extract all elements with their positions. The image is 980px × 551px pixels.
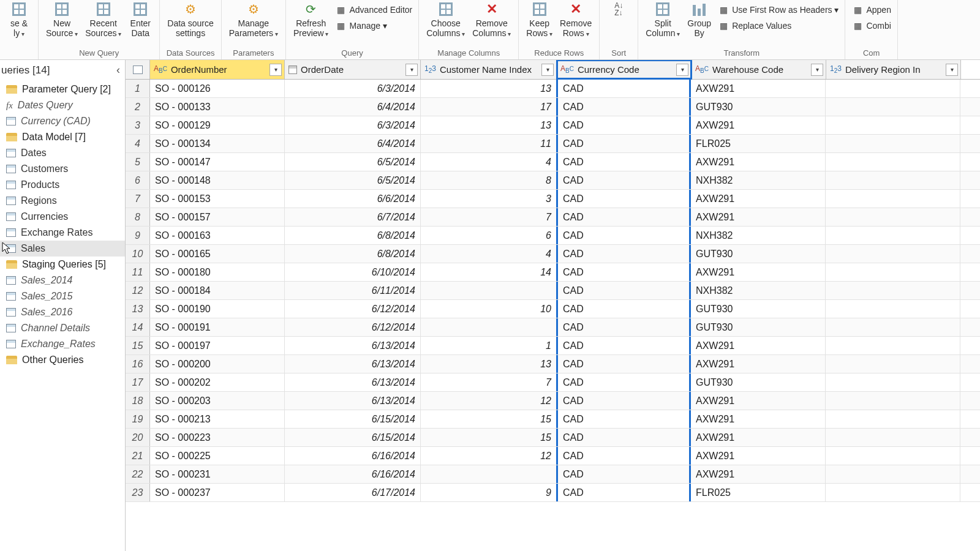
cell-ordernumber[interactable]: SO - 000157 bbox=[150, 208, 285, 226]
row-number[interactable]: 9 bbox=[126, 227, 150, 244]
query-dates-query[interactable]: fxDates Query bbox=[0, 97, 125, 113]
folder-parameter-query[interactable]: Parameter Query [2] bbox=[0, 81, 125, 97]
cell-customer-index[interactable]: 13 bbox=[421, 355, 557, 373]
cell-warehouse-code[interactable]: GUT930 bbox=[691, 98, 826, 116]
row-number[interactable]: 16 bbox=[126, 355, 150, 373]
cell-customer-index[interactable] bbox=[421, 282, 557, 299]
query-sales[interactable]: Sales bbox=[0, 241, 125, 257]
cell-currency-code[interactable]: CAD bbox=[556, 80, 691, 97]
cell-currency-code[interactable]: CAD bbox=[556, 337, 691, 354]
query-dates[interactable]: Dates bbox=[0, 145, 125, 161]
cell-delivery-region[interactable] bbox=[826, 153, 960, 171]
table-row[interactable]: 7SO - 0001536/6/20143CADAXW291 bbox=[126, 190, 980, 208]
table-row[interactable]: 2SO - 0001336/4/201417CADGUT930 bbox=[126, 98, 980, 116]
cell-orderdate[interactable]: 6/10/2014 bbox=[285, 263, 421, 281]
cell-delivery-region[interactable] bbox=[826, 208, 960, 226]
cell-delivery-region[interactable] bbox=[826, 355, 960, 373]
cell-customer-index[interactable]: 10 bbox=[421, 300, 557, 318]
cell-warehouse-code[interactable]: NXH382 bbox=[691, 282, 826, 299]
table-row[interactable]: 12SO - 0001846/11/2014CADNXH382 bbox=[126, 282, 980, 300]
cell-orderdate[interactable]: 6/12/2014 bbox=[285, 318, 421, 336]
query-currencies[interactable]: Currencies bbox=[0, 209, 125, 225]
cell-customer-index[interactable]: 4 bbox=[421, 245, 557, 263]
row-number[interactable]: 18 bbox=[126, 392, 150, 410]
cell-ordernumber[interactable]: SO - 000133 bbox=[150, 98, 285, 116]
cell-delivery-region[interactable] bbox=[826, 98, 960, 116]
cell-ordernumber[interactable]: SO - 000225 bbox=[150, 447, 285, 465]
query-regions[interactable]: Regions bbox=[0, 193, 125, 209]
cell-orderdate[interactable]: 6/16/2014 bbox=[285, 447, 421, 465]
cell-orderdate[interactable]: 6/15/2014 bbox=[285, 429, 421, 446]
row-number[interactable]: 6 bbox=[126, 171, 150, 189]
cell-orderdate[interactable]: 6/15/2014 bbox=[285, 410, 421, 428]
filter-button[interactable]: ▾ bbox=[541, 64, 554, 76]
cell-orderdate[interactable]: 6/8/2014 bbox=[285, 245, 421, 263]
cell-warehouse-code[interactable]: AXW291 bbox=[691, 116, 826, 134]
cell-orderdate[interactable]: 6/4/2014 bbox=[285, 135, 421, 152]
cell-customer-index[interactable]: 14 bbox=[421, 263, 557, 281]
row-number[interactable]: 20 bbox=[126, 429, 150, 446]
cell-warehouse-code[interactable]: NXH382 bbox=[691, 227, 826, 244]
cell-ordernumber[interactable]: SO - 000129 bbox=[150, 116, 285, 134]
cell-orderdate[interactable]: 6/13/2014 bbox=[285, 337, 421, 354]
cell-orderdate[interactable]: 6/7/2014 bbox=[285, 208, 421, 226]
cell-customer-index[interactable]: 13 bbox=[421, 80, 557, 97]
cell-customer-index[interactable]: 12 bbox=[421, 392, 557, 410]
table-row[interactable]: 13SO - 0001906/12/201410CADGUT930 bbox=[126, 300, 980, 318]
cell-currency-code[interactable]: CAD bbox=[556, 300, 691, 318]
cell-customer-index[interactable]: 1 bbox=[421, 337, 557, 354]
cell-orderdate[interactable]: 6/11/2014 bbox=[285, 282, 421, 299]
cell-customer-index[interactable]: 11 bbox=[421, 135, 557, 152]
recent-sources-button[interactable]: Recent Sources bbox=[81, 0, 125, 38]
table-row[interactable]: 21SO - 0002256/16/201412CADAXW291 bbox=[126, 447, 980, 465]
cell-delivery-region[interactable] bbox=[826, 318, 960, 336]
cell-ordernumber[interactable]: SO - 000200 bbox=[150, 355, 285, 373]
row-number[interactable]: 3 bbox=[126, 116, 150, 134]
cell-orderdate[interactable]: 6/12/2014 bbox=[285, 300, 421, 318]
remove-rows-button[interactable]: ✕Remove Rows bbox=[556, 0, 595, 38]
group-by-button[interactable]: Group By bbox=[684, 0, 715, 38]
cell-customer-index[interactable]: 17 bbox=[421, 98, 557, 116]
column-orderdate[interactable]: OrderDate▾ bbox=[285, 60, 421, 79]
column-currency-code[interactable]: ABCCurrency Code▾ bbox=[557, 60, 692, 79]
filter-button[interactable]: ▾ bbox=[405, 64, 418, 76]
folder-other-queries[interactable]: Other Queries bbox=[0, 352, 125, 368]
table-row[interactable]: 14SO - 0001916/12/2014CADGUT930 bbox=[126, 318, 980, 337]
cell-currency-code[interactable]: CAD bbox=[556, 465, 691, 483]
column-ordernumber[interactable]: ABCOrderNumber▾ bbox=[150, 60, 285, 79]
cell-delivery-region[interactable] bbox=[826, 190, 960, 208]
cell-currency-code[interactable]: CAD bbox=[556, 282, 691, 299]
cell-ordernumber[interactable]: SO - 000231 bbox=[150, 465, 285, 483]
remove-columns-button[interactable]: ✕Remove Columns bbox=[469, 0, 514, 38]
query-sales-2014[interactable]: Sales_2014 bbox=[0, 272, 125, 288]
row-number[interactable]: 4 bbox=[126, 135, 150, 152]
cell-customer-index[interactable]: 7 bbox=[421, 208, 557, 226]
cell-warehouse-code[interactable]: AXW291 bbox=[691, 337, 826, 354]
cell-delivery-region[interactable] bbox=[826, 429, 960, 446]
cell-currency-code[interactable]: CAD bbox=[556, 135, 691, 152]
cell-currency-code[interactable]: CAD bbox=[556, 355, 691, 373]
query-sales-2016[interactable]: Sales_2016 bbox=[0, 304, 125, 320]
cell-orderdate[interactable]: 6/8/2014 bbox=[285, 227, 421, 244]
cell-ordernumber[interactable]: SO - 000180 bbox=[150, 263, 285, 281]
row-number[interactable]: 11 bbox=[126, 263, 150, 281]
table-row[interactable]: 18SO - 0002036/13/201412CADAXW291 bbox=[126, 392, 980, 410]
cell-currency-code[interactable]: CAD bbox=[556, 392, 691, 410]
table-row[interactable]: 15SO - 0001976/13/20141CADAXW291 bbox=[126, 337, 980, 355]
cell-customer-index[interactable]: 7 bbox=[421, 373, 557, 391]
table-row[interactable]: 8SO - 0001576/7/20147CADAXW291 bbox=[126, 208, 980, 227]
keep-rows-button[interactable]: Keep Rows bbox=[522, 0, 556, 38]
cell-currency-code[interactable]: CAD bbox=[556, 98, 691, 116]
cell-orderdate[interactable]: 6/5/2014 bbox=[285, 171, 421, 189]
query-exchange-rates[interactable]: Exchange Rates bbox=[0, 225, 125, 241]
table-row[interactable]: 16SO - 0002006/13/201413CADAXW291 bbox=[126, 355, 980, 373]
cell-warehouse-code[interactable]: GUT930 bbox=[691, 300, 826, 318]
folder-staging-queries[interactable]: Staging Queries [5] bbox=[0, 257, 125, 272]
enter-data-button[interactable]: Enter Data bbox=[125, 0, 156, 38]
cell-ordernumber[interactable]: SO - 000165 bbox=[150, 245, 285, 263]
cell-delivery-region[interactable] bbox=[826, 135, 960, 152]
cell-delivery-region[interactable] bbox=[826, 116, 960, 134]
cell-currency-code[interactable]: CAD bbox=[556, 429, 691, 446]
row-number[interactable]: 21 bbox=[126, 447, 150, 465]
cell-warehouse-code[interactable]: FLR025 bbox=[691, 135, 826, 152]
